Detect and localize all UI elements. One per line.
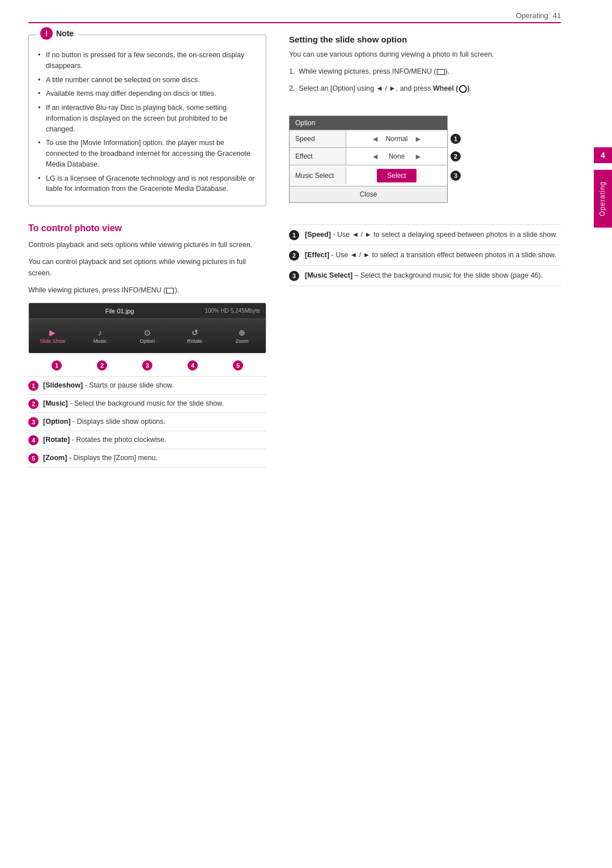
option-row-music-select: Music Select Select 3 bbox=[290, 165, 447, 186]
desc-item-1: 1 [Slideshow] - Starts or pause slide sh… bbox=[28, 377, 266, 395]
slide-desc-item-2: 2 [Effect] - Use ◄ / ► to select a trans… bbox=[289, 245, 561, 266]
slide-show-intro: You can use various options during viewi… bbox=[289, 49, 561, 60]
option-control-speed: ◄ Normal ► bbox=[346, 131, 447, 147]
slide-desc-num-2: 2 bbox=[289, 250, 299, 261]
menu-icon-2 bbox=[437, 69, 445, 75]
screenshot-menu: ▶ Slide Show ♪ Music ⊙ Option ↺ bbox=[29, 319, 266, 353]
close-row: Close bbox=[290, 186, 447, 202]
slide-desc-item-1: 1 [Speed] - Use ◄ / ► to select a delayi… bbox=[289, 224, 561, 245]
option-row-num-2: 2 bbox=[450, 151, 461, 161]
desc-item-3: 3 [Option] - Displays slide show options… bbox=[28, 413, 266, 431]
photo-view-intro2: You can control playback and set options… bbox=[28, 256, 266, 279]
callout-1: 1 bbox=[52, 360, 62, 371]
slide-desc-num-3: 3 bbox=[289, 271, 299, 281]
option-label-effect: Effect bbox=[290, 148, 346, 165]
photo-view-title: To control photo view bbox=[28, 223, 266, 233]
slideshow-label: Slide Show bbox=[40, 338, 65, 344]
option-icon: ⊙ bbox=[144, 328, 151, 337]
note-item-6: LG is a licensee of Gracenote technology… bbox=[38, 173, 257, 195]
desc-text-3: [Option] - Displays slide show options. bbox=[43, 416, 165, 427]
desc-item-2: 2 [Music] - Select the background music … bbox=[28, 395, 266, 413]
slide-desc-text-3: [Music Select] – Select the background m… bbox=[305, 270, 543, 281]
callout-2: 2 bbox=[97, 360, 107, 371]
speed-value: Normal bbox=[382, 135, 411, 143]
desc-num-5: 5 bbox=[28, 453, 39, 463]
music-icon: ♪ bbox=[98, 328, 102, 337]
callout-4: 4 bbox=[188, 360, 198, 371]
menu-item-zoom: ⊕ Zoom bbox=[218, 325, 266, 347]
header-section: Operating bbox=[516, 11, 548, 20]
option-row-num-1: 1 bbox=[450, 134, 461, 144]
menu-item-music: ♪ Music bbox=[76, 325, 124, 347]
menu-item-option: ⊙ Option bbox=[124, 325, 171, 347]
speed-arrow-left[interactable]: ◄ bbox=[371, 134, 379, 143]
note-item-3: Available items may differ depending on … bbox=[38, 88, 257, 99]
callout-5: 5 bbox=[233, 360, 243, 371]
effect-value: None bbox=[382, 152, 411, 160]
note-box: ! Note If no button is pressed for a few… bbox=[28, 35, 266, 206]
note-item-2: A title number cannot be selected on som… bbox=[38, 75, 257, 86]
effect-arrow-left[interactable]: ◄ bbox=[371, 152, 379, 161]
desc-text-1: [Slideshow] - Starts or pause slide show… bbox=[43, 380, 174, 391]
note-item-1: If no button is pressed for a few second… bbox=[38, 50, 257, 71]
desc-item-4: 4 [Rotate] - Rotates the photo clockwise… bbox=[28, 431, 266, 449]
option-row-num-3: 3 bbox=[450, 171, 461, 181]
header-page-number: 41 bbox=[553, 11, 561, 20]
main-content: Operating 41 ! Note If no button is pres… bbox=[0, 0, 612, 868]
menu-item-rotate: ↺ Rotate bbox=[171, 325, 219, 347]
slide-show-desc-list: 1 [Speed] - Use ◄ / ► to select a delayi… bbox=[289, 224, 561, 286]
option-control-music-select: Select bbox=[346, 165, 447, 186]
slide-show-title: Setting the slide show option bbox=[289, 35, 561, 44]
bar-center: File 01.jpg bbox=[105, 308, 134, 314]
photo-view-intro1: Controls playback and sets options while… bbox=[28, 239, 266, 250]
option-control-effect: ◄ None ► bbox=[346, 148, 447, 164]
slideshow-icon: ▶ bbox=[49, 328, 56, 337]
screenshot-bar: File 01.jpg 100% HD 5,245Mbyte bbox=[29, 303, 266, 319]
note-icon: ! bbox=[40, 27, 53, 40]
callout-3: 3 bbox=[142, 360, 152, 371]
note-item-4: If an interactive Blu-ray Disc is playin… bbox=[38, 103, 257, 134]
option-row-speed: Speed ◄ Normal ► 1 bbox=[290, 130, 447, 147]
right-column: Setting the slide show option You can us… bbox=[289, 35, 561, 467]
option-row-effect: Effect ◄ None ► 2 bbox=[290, 147, 447, 165]
slide-show-step1: 1. While viewing pictures, press INFO/ME… bbox=[289, 66, 561, 77]
photo-view-desc-list: 1 [Slideshow] - Starts or pause slide sh… bbox=[28, 376, 266, 467]
desc-item-5: 5 [Zoom] - Displays the [Zoom] menu. bbox=[28, 449, 266, 467]
option-label-music-select: Music Select bbox=[290, 167, 346, 184]
slide-desc-item-3: 3 [Music Select] – Select the background… bbox=[289, 266, 561, 286]
select-button[interactable]: Select bbox=[377, 169, 416, 182]
menu-icon bbox=[166, 288, 174, 293]
zoom-icon: ⊕ bbox=[239, 328, 245, 337]
desc-text-5: [Zoom] - Displays the [Zoom] menu. bbox=[43, 453, 158, 463]
desc-num-2: 2 bbox=[28, 399, 39, 409]
music-label: Music bbox=[94, 338, 107, 344]
desc-num-3: 3 bbox=[28, 417, 39, 427]
desc-text-2: [Music] - Select the background music fo… bbox=[43, 398, 224, 409]
left-column: ! Note If no button is pressed for a few… bbox=[28, 35, 266, 467]
note-list: If no button is pressed for a few second… bbox=[38, 50, 257, 194]
option-table: Option Speed ◄ Normal ► 1 bbox=[289, 116, 448, 203]
note-item-5: To use the [Movie Information] option, t… bbox=[38, 138, 257, 169]
side-tab-number: 4 bbox=[594, 147, 612, 163]
effect-arrow-right[interactable]: ► bbox=[414, 152, 422, 161]
callout-numbers: 1 2 3 4 5 bbox=[28, 360, 266, 371]
rotate-icon: ↺ bbox=[192, 328, 198, 337]
desc-text-4: [Rotate] - Rotates the photo clockwise. bbox=[43, 435, 166, 445]
note-header: ! Note bbox=[36, 27, 78, 40]
rotate-label: Rotate bbox=[187, 338, 202, 344]
desc-num-1: 1 bbox=[28, 381, 39, 391]
slide-desc-num-1: 1 bbox=[289, 230, 299, 240]
page-header: Operating 41 bbox=[28, 11, 561, 23]
menu-item-slideshow: ▶ Slide Show bbox=[29, 325, 76, 347]
slide-show-step2: 2. Select an [Option] using ◄ / ►, and p… bbox=[289, 83, 561, 94]
bar-right: 100% HD 5,245Mbyte bbox=[205, 308, 260, 314]
photo-view-intro3: While viewing pictures, press INFO/MENU … bbox=[28, 284, 266, 296]
side-tab: Operating bbox=[594, 170, 612, 228]
slide-desc-text-2: [Effect] - Use ◄ / ► to select a transit… bbox=[305, 250, 556, 261]
option-label-speed: Speed bbox=[290, 130, 346, 147]
speed-arrow-right[interactable]: ► bbox=[414, 134, 422, 143]
page-container: 4 Operating Operating 41 ! Note If no bu… bbox=[0, 0, 612, 868]
two-column-layout: ! Note If no button is pressed for a few… bbox=[28, 35, 561, 467]
wheel-symbol bbox=[459, 85, 467, 93]
option-label: Option bbox=[140, 338, 155, 344]
